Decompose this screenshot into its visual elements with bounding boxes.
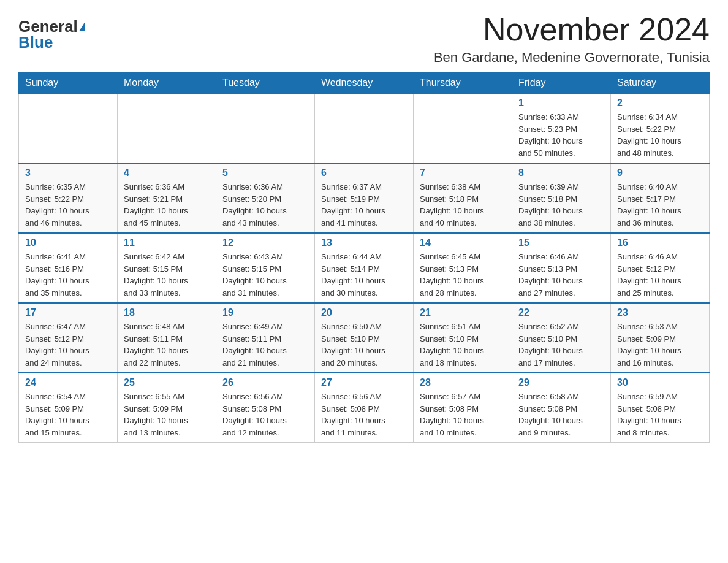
day-info: Sunrise: 6:36 AM Sunset: 5:21 PM Dayligh… bbox=[124, 181, 210, 229]
day-number: 14 bbox=[420, 237, 506, 248]
day-info: Sunrise: 6:39 AM Sunset: 5:18 PM Dayligh… bbox=[518, 181, 604, 229]
calendar-cell: 7Sunrise: 6:38 AM Sunset: 5:18 PM Daylig… bbox=[414, 163, 512, 233]
day-info: Sunrise: 6:47 AM Sunset: 5:12 PM Dayligh… bbox=[25, 321, 111, 369]
day-number: 22 bbox=[518, 307, 604, 318]
day-number: 29 bbox=[518, 377, 604, 388]
calendar-cell: 18Sunrise: 6:48 AM Sunset: 5:11 PM Dayli… bbox=[118, 303, 216, 373]
day-info: Sunrise: 6:54 AM Sunset: 5:09 PM Dayligh… bbox=[25, 391, 111, 439]
calendar-header-tuesday: Tuesday bbox=[216, 72, 315, 94]
day-info: Sunrise: 6:53 AM Sunset: 5:09 PM Dayligh… bbox=[617, 321, 703, 369]
logo: General Blue bbox=[18, 18, 85, 50]
logo-blue-text: Blue bbox=[18, 34, 53, 50]
calendar-cell: 26Sunrise: 6:56 AM Sunset: 5:08 PM Dayli… bbox=[216, 373, 315, 443]
header: General Blue November 2024 Ben Gardane, … bbox=[18, 12, 710, 66]
calendar-cell: 28Sunrise: 6:57 AM Sunset: 5:08 PM Dayli… bbox=[414, 373, 512, 443]
day-info: Sunrise: 6:49 AM Sunset: 5:11 PM Dayligh… bbox=[222, 321, 308, 369]
day-number: 26 bbox=[222, 377, 308, 388]
day-info: Sunrise: 6:51 AM Sunset: 5:10 PM Dayligh… bbox=[420, 321, 506, 369]
day-info: Sunrise: 6:57 AM Sunset: 5:08 PM Dayligh… bbox=[420, 391, 506, 439]
calendar-cell: 30Sunrise: 6:59 AM Sunset: 5:08 PM Dayli… bbox=[611, 373, 710, 443]
calendar-cell bbox=[216, 94, 315, 164]
day-info: Sunrise: 6:46 AM Sunset: 5:13 PM Dayligh… bbox=[518, 251, 604, 299]
day-info: Sunrise: 6:33 AM Sunset: 5:23 PM Dayligh… bbox=[518, 111, 604, 159]
calendar-cell: 13Sunrise: 6:44 AM Sunset: 5:14 PM Dayli… bbox=[315, 233, 414, 303]
calendar-cell: 21Sunrise: 6:51 AM Sunset: 5:10 PM Dayli… bbox=[414, 303, 512, 373]
day-number: 2 bbox=[617, 98, 703, 109]
calendar-header-saturday: Saturday bbox=[611, 72, 710, 94]
day-info: Sunrise: 6:44 AM Sunset: 5:14 PM Dayligh… bbox=[321, 251, 407, 299]
calendar-table: SundayMondayTuesdayWednesdayThursdayFrid… bbox=[18, 72, 710, 443]
calendar-header-monday: Monday bbox=[118, 72, 216, 94]
calendar-header-thursday: Thursday bbox=[414, 72, 512, 94]
calendar-cell: 15Sunrise: 6:46 AM Sunset: 5:13 PM Dayli… bbox=[512, 233, 611, 303]
day-info: Sunrise: 6:48 AM Sunset: 5:11 PM Dayligh… bbox=[124, 321, 210, 369]
calendar-cell bbox=[19, 94, 118, 164]
calendar-cell: 23Sunrise: 6:53 AM Sunset: 5:09 PM Dayli… bbox=[611, 303, 710, 373]
day-info: Sunrise: 6:35 AM Sunset: 5:22 PM Dayligh… bbox=[25, 181, 111, 229]
calendar-week-row: 24Sunrise: 6:54 AM Sunset: 5:09 PM Dayli… bbox=[19, 373, 710, 443]
day-number: 16 bbox=[617, 237, 703, 248]
calendar-cell: 4Sunrise: 6:36 AM Sunset: 5:21 PM Daylig… bbox=[118, 163, 216, 233]
day-number: 6 bbox=[321, 167, 407, 178]
logo-general-text: General bbox=[18, 18, 78, 34]
calendar-cell: 1Sunrise: 6:33 AM Sunset: 5:23 PM Daylig… bbox=[512, 94, 611, 164]
day-number: 27 bbox=[321, 377, 407, 388]
calendar-cell: 5Sunrise: 6:36 AM Sunset: 5:20 PM Daylig… bbox=[216, 163, 315, 233]
calendar-cell: 22Sunrise: 6:52 AM Sunset: 5:10 PM Dayli… bbox=[512, 303, 611, 373]
day-info: Sunrise: 6:55 AM Sunset: 5:09 PM Dayligh… bbox=[124, 391, 210, 439]
day-number: 9 bbox=[617, 167, 703, 178]
day-number: 18 bbox=[124, 307, 210, 318]
day-number: 20 bbox=[321, 307, 407, 318]
day-number: 8 bbox=[518, 167, 604, 178]
day-info: Sunrise: 6:50 AM Sunset: 5:10 PM Dayligh… bbox=[321, 321, 407, 369]
day-number: 28 bbox=[420, 377, 506, 388]
title-area: November 2024 Ben Gardane, Medenine Gove… bbox=[434, 12, 710, 66]
day-number: 3 bbox=[25, 167, 111, 178]
calendar-cell: 6Sunrise: 6:37 AM Sunset: 5:19 PM Daylig… bbox=[315, 163, 414, 233]
day-number: 12 bbox=[222, 237, 308, 248]
calendar-cell: 16Sunrise: 6:46 AM Sunset: 5:12 PM Dayli… bbox=[611, 233, 710, 303]
calendar-week-row: 1Sunrise: 6:33 AM Sunset: 5:23 PM Daylig… bbox=[19, 94, 710, 164]
calendar-cell: 9Sunrise: 6:40 AM Sunset: 5:17 PM Daylig… bbox=[611, 163, 710, 233]
day-number: 23 bbox=[617, 307, 703, 318]
calendar-cell: 29Sunrise: 6:58 AM Sunset: 5:08 PM Dayli… bbox=[512, 373, 611, 443]
calendar-week-row: 17Sunrise: 6:47 AM Sunset: 5:12 PM Dayli… bbox=[19, 303, 710, 373]
calendar-cell: 20Sunrise: 6:50 AM Sunset: 5:10 PM Dayli… bbox=[315, 303, 414, 373]
calendar-cell bbox=[118, 94, 216, 164]
day-number: 1 bbox=[518, 98, 604, 109]
day-number: 11 bbox=[124, 237, 210, 248]
calendar-cell: 11Sunrise: 6:42 AM Sunset: 5:15 PM Dayli… bbox=[118, 233, 216, 303]
calendar-cell: 8Sunrise: 6:39 AM Sunset: 5:18 PM Daylig… bbox=[512, 163, 611, 233]
day-number: 19 bbox=[222, 307, 308, 318]
main-title: November 2024 bbox=[434, 12, 710, 47]
day-info: Sunrise: 6:40 AM Sunset: 5:17 PM Dayligh… bbox=[617, 181, 703, 229]
day-number: 10 bbox=[25, 237, 111, 248]
day-info: Sunrise: 6:45 AM Sunset: 5:13 PM Dayligh… bbox=[420, 251, 506, 299]
calendar-cell: 25Sunrise: 6:55 AM Sunset: 5:09 PM Dayli… bbox=[118, 373, 216, 443]
calendar-cell bbox=[414, 94, 512, 164]
day-number: 13 bbox=[321, 237, 407, 248]
day-number: 4 bbox=[124, 167, 210, 178]
calendar-cell: 27Sunrise: 6:56 AM Sunset: 5:08 PM Dayli… bbox=[315, 373, 414, 443]
calendar-header-sunday: Sunday bbox=[19, 72, 118, 94]
calendar-cell: 10Sunrise: 6:41 AM Sunset: 5:16 PM Dayli… bbox=[19, 233, 118, 303]
day-info: Sunrise: 6:56 AM Sunset: 5:08 PM Dayligh… bbox=[222, 391, 308, 439]
day-info: Sunrise: 6:59 AM Sunset: 5:08 PM Dayligh… bbox=[617, 391, 703, 439]
calendar-header-wednesday: Wednesday bbox=[315, 72, 414, 94]
calendar-cell: 24Sunrise: 6:54 AM Sunset: 5:09 PM Dayli… bbox=[19, 373, 118, 443]
calendar-header-friday: Friday bbox=[512, 72, 611, 94]
day-info: Sunrise: 6:42 AM Sunset: 5:15 PM Dayligh… bbox=[124, 251, 210, 299]
day-info: Sunrise: 6:56 AM Sunset: 5:08 PM Dayligh… bbox=[321, 391, 407, 439]
day-number: 17 bbox=[25, 307, 111, 318]
calendar-cell: 19Sunrise: 6:49 AM Sunset: 5:11 PM Dayli… bbox=[216, 303, 315, 373]
calendar-cell bbox=[315, 94, 414, 164]
day-number: 5 bbox=[222, 167, 308, 178]
calendar-header-row: SundayMondayTuesdayWednesdayThursdayFrid… bbox=[19, 72, 710, 94]
day-info: Sunrise: 6:34 AM Sunset: 5:22 PM Dayligh… bbox=[617, 111, 703, 159]
calendar-cell: 14Sunrise: 6:45 AM Sunset: 5:13 PM Dayli… bbox=[414, 233, 512, 303]
day-number: 30 bbox=[617, 377, 703, 388]
subtitle: Ben Gardane, Medenine Governorate, Tunis… bbox=[434, 50, 710, 66]
calendar-week-row: 10Sunrise: 6:41 AM Sunset: 5:16 PM Dayli… bbox=[19, 233, 710, 303]
calendar-cell: 2Sunrise: 6:34 AM Sunset: 5:22 PM Daylig… bbox=[611, 94, 710, 164]
calendar-week-row: 3Sunrise: 6:35 AM Sunset: 5:22 PM Daylig… bbox=[19, 163, 710, 233]
